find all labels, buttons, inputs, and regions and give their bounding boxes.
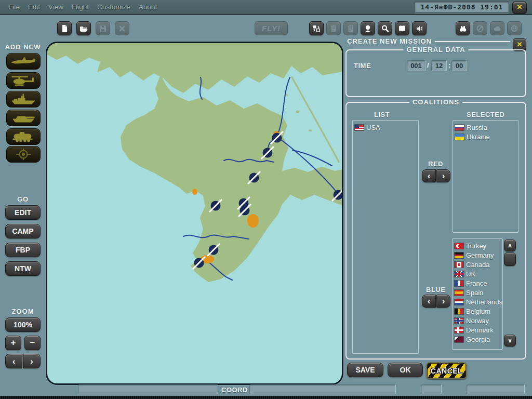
pan-left-button[interactable]: ‹ (5, 354, 22, 368)
blue-move-left-button[interactable]: ‹ (422, 295, 436, 308)
country-label: Spain (466, 289, 483, 297)
briefing-button[interactable] (326, 21, 341, 35)
dk-flag-icon (455, 327, 463, 333)
close-mission-button[interactable] (115, 21, 129, 35)
pilots-button[interactable] (361, 21, 375, 35)
available-countries-list[interactable]: USA (352, 120, 419, 354)
time-minute-field[interactable]: 00 (451, 60, 467, 71)
cloud-icon (493, 24, 501, 33)
fly-button[interactable]: FLY! (255, 21, 288, 35)
add-helicopter-button[interactable] (6, 72, 41, 89)
blue-item-spain[interactable]: Spain (455, 288, 502, 297)
arabat-spit (291, 76, 339, 163)
blue-item-turkey[interactable]: Turkey (455, 241, 502, 250)
blue-item-canada[interactable]: Canada (455, 260, 502, 269)
helicopter-icon (11, 75, 36, 86)
menu-file[interactable]: File (8, 3, 20, 11)
weather-button[interactable] (490, 21, 504, 35)
save-button[interactable]: SAVE (347, 363, 383, 377)
blue-item-norway[interactable]: Norway (455, 316, 502, 325)
ru-flag-icon (455, 125, 464, 130)
tr-flag-icon (455, 243, 463, 249)
ok-button[interactable]: OK (388, 363, 423, 377)
time-hour-field[interactable]: 12 (431, 60, 447, 71)
country-label: UK (466, 270, 475, 278)
general-data-group: GENERAL DATA (345, 49, 526, 97)
sound-button[interactable] (412, 21, 427, 35)
import-button[interactable] (309, 21, 324, 35)
menu-about[interactable]: About (139, 3, 157, 11)
time-day-field[interactable]: 001 (407, 60, 425, 71)
document-lines-icon (347, 24, 355, 33)
new-mission-button[interactable] (57, 21, 72, 35)
mission-info-button[interactable] (378, 21, 392, 35)
add-new-label: ADD NEW (0, 43, 46, 51)
binoculars-icon (459, 24, 467, 33)
country-label: Denmark (466, 326, 494, 334)
tank-icon (11, 112, 36, 124)
add-train-button[interactable] (6, 128, 41, 145)
menu-edit[interactable]: Edit (28, 3, 40, 11)
red-item-russia[interactable]: Russia (455, 123, 518, 132)
add-airplane-button[interactable] (6, 53, 41, 70)
save-mission-button[interactable] (96, 21, 110, 35)
country-label: France (466, 280, 487, 287)
general-data-label: GENERAL DATA (403, 46, 468, 54)
zoom-out-button[interactable]: − (24, 336, 41, 350)
blue-item-uk[interactable]: UK (455, 269, 502, 278)
menu-items: FileEditViewFlightCustomizeAbout (0, 3, 157, 11)
selected-label: SELECTED (467, 111, 504, 118)
no-flag-icon (455, 318, 463, 324)
recon-button[interactable] (456, 21, 470, 35)
zoom-level-button[interactable]: 100% (5, 317, 41, 332)
country-label: Turkey (466, 242, 486, 250)
blue-item-france[interactable]: France (455, 278, 502, 288)
cancel-button[interactable]: CANCEL (426, 362, 467, 379)
restrict-button[interactable] (473, 21, 487, 35)
go-ntw-button[interactable]: NTW (5, 261, 41, 276)
menu-customize[interactable]: Customize (97, 3, 130, 11)
blue-item-belgium[interactable]: Belgium (455, 307, 502, 316)
add-vehicle-button[interactable] (6, 110, 41, 126)
available-item-usa[interactable]: USA (355, 123, 418, 132)
blue-item-denmark[interactable]: Denmark (455, 325, 502, 335)
red-label: RED (428, 160, 443, 168)
new-file-icon (60, 24, 69, 33)
country-label: Netherlands (466, 298, 502, 306)
country-label: Belgium (466, 308, 490, 315)
open-mission-button[interactable] (76, 21, 91, 35)
coord-label: COORD (221, 386, 248, 394)
zoom-in-button[interactable]: + (5, 336, 21, 350)
add-target-button[interactable] (6, 146, 41, 163)
go-fbp-button[interactable]: FBP (5, 243, 41, 257)
open-folder-icon (79, 24, 88, 33)
blue-move-right-button[interactable]: › (436, 295, 450, 308)
es-flag-icon (455, 290, 463, 296)
magnifier-icon (381, 24, 389, 33)
blue-scroll-thumb[interactable] (504, 252, 516, 266)
pan-right-button[interactable]: › (23, 354, 41, 368)
red-coalition-list[interactable]: RussiaUkraine (453, 120, 518, 233)
country-label: Germany (466, 251, 494, 259)
add-ship-button[interactable] (6, 91, 41, 108)
blue-item-germany[interactable]: Germany (455, 250, 502, 260)
us-flag-icon (355, 125, 364, 130)
go-edit-button[interactable]: EDIT (5, 205, 41, 220)
close-app-button[interactable]: ✕ (512, 2, 527, 14)
red-move-right-button[interactable]: › (436, 169, 450, 182)
go-camp-button[interactable]: CAMP (5, 224, 41, 238)
menu-flight[interactable]: Flight (72, 3, 89, 11)
network-button[interactable] (507, 21, 522, 35)
notes-button[interactable] (343, 21, 358, 35)
red-move-left-button[interactable]: ‹ (422, 169, 436, 182)
red-item-ukraine[interactable]: Ukraine (455, 132, 518, 141)
encyclopedia-button[interactable] (395, 21, 409, 35)
blue-coalition-list[interactable]: TurkeyGermanyCanadaUKFranceSpainNetherla… (452, 238, 503, 350)
blue-scroll-up-button[interactable]: ∧ (504, 240, 516, 251)
blue-scroll-down-button[interactable]: ∨ (504, 335, 516, 347)
blue-item-georgia[interactable]: Georgia (455, 335, 502, 344)
blue-item-netherlands[interactable]: Netherlands (455, 297, 502, 307)
country-label: Norway (466, 317, 489, 325)
menu-view[interactable]: View (48, 3, 63, 11)
mission-map[interactable] (46, 42, 343, 385)
